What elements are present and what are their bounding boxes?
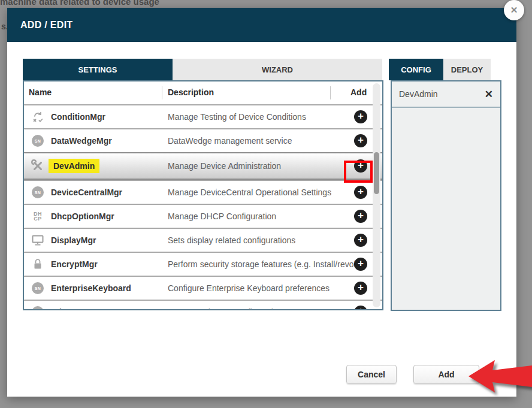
- row-name-label: DevAdmin: [49, 159, 99, 173]
- monitor-icon: [30, 235, 46, 246]
- row-description: Manage DHCP Configuration: [168, 211, 276, 221]
- dialog-close-button[interactable]: ✕: [504, 0, 524, 20]
- add-row-button[interactable]: +: [354, 258, 367, 271]
- tab-settings-label: SETTINGS: [78, 65, 117, 74]
- add-row-button[interactable]: +: [354, 186, 367, 199]
- table-row: SN DataWedgeMgr DataWedge management ser…: [24, 128, 382, 152]
- config-item-label: DevAdmin: [399, 89, 438, 99]
- add-row-button[interactable]: +: [354, 306, 367, 310]
- row-description: Manage Ethernet configuration: [168, 307, 282, 310]
- tools-icon: [30, 159, 46, 173]
- add-edit-dialog: ADD / EDIT ✕ SETTINGS WIZARD Name Descri…: [7, 8, 516, 397]
- table-scrollbar[interactable]: [373, 83, 380, 307]
- lock-icon: [30, 258, 46, 270]
- config-list-item: DevAdmin ✕: [392, 81, 500, 108]
- row-description: Configure Enterprise Keyboard preference…: [168, 283, 330, 293]
- row-description: DataWedge management service: [168, 136, 292, 146]
- sn-badge-icon: SN: [30, 186, 46, 198]
- tab-wizard[interactable]: WIZARD: [173, 59, 382, 80]
- row-name-label: DhcpOptionMgr: [51, 211, 114, 221]
- row-name-label: EncryptMgr: [51, 259, 98, 269]
- column-header-name: Name: [29, 87, 52, 97]
- cancel-button[interactable]: Cancel: [346, 365, 397, 384]
- row-name-label: DataWedgeMgr: [51, 136, 112, 146]
- add-row-button[interactable]: +: [354, 234, 367, 247]
- table-row: ConditionMgr Manage Testing of Device Co…: [24, 104, 382, 128]
- red-arrow-annotation: [465, 358, 532, 395]
- table-header: Name Description Add: [24, 81, 382, 104]
- tab-wizard-label: WIZARD: [262, 65, 293, 74]
- sn-badge-icon: SN: [30, 306, 46, 310]
- row-description: Sets display related configurations: [168, 235, 295, 245]
- settings-table-body: ConditionMgr Manage Testing of Device Co…: [24, 104, 382, 310]
- dhcp-text-icon: DHCP: [30, 211, 46, 221]
- close-icon: ✕: [510, 5, 518, 16]
- dialog-header: ADD / EDIT: [7, 8, 516, 42]
- tab-deploy[interactable]: DEPLOY: [443, 59, 491, 80]
- table-row: DevAdmin Manage Device Administration +: [24, 152, 382, 180]
- sn-badge-icon: SN: [30, 135, 46, 147]
- row-name-label: DisplayMgr: [51, 235, 96, 245]
- column-header-add: Add: [350, 87, 367, 97]
- add-row-button[interactable]: +: [354, 110, 367, 123]
- table-row: SN EnterpriseKeyboard Configure Enterpri…: [24, 276, 382, 300]
- row-name-label: ConditionMgr: [51, 112, 105, 122]
- scrollbar-thumb[interactable]: [374, 152, 379, 194]
- screen: machine data related to device usage s. …: [0, 0, 532, 408]
- table-row: EncryptMgr Perform security storage feat…: [24, 252, 382, 276]
- table-row: SN EthernetMgr Manage Ethernet configura…: [24, 300, 382, 310]
- column-divider: [330, 86, 331, 99]
- add-row-button[interactable]: +: [354, 210, 367, 223]
- table-row: DisplayMgr Sets display related configur…: [24, 228, 382, 252]
- dialog-title: ADD / EDIT: [20, 20, 72, 31]
- cancel-button-label: Cancel: [358, 370, 385, 379]
- tab-settings[interactable]: SETTINGS: [23, 59, 173, 80]
- settings-table: Name Description Add ConditionMgr Manage…: [23, 80, 383, 310]
- condition-sync-icon: [30, 111, 46, 123]
- sn-badge-icon: SN: [30, 282, 46, 294]
- table-row: DHCP DhcpOptionMgr Manage DHCP Configura…: [24, 204, 382, 228]
- row-description: Perform security storage features (e.g. …: [168, 259, 358, 269]
- row-name-label: DeviceCentralMgr: [51, 188, 122, 197]
- column-divider: [162, 86, 162, 99]
- tab-config-label: CONFIG: [401, 65, 431, 74]
- row-name-label: EthernetMgr: [51, 307, 100, 310]
- add-row-button[interactable]: +: [354, 134, 367, 147]
- config-list-panel: DevAdmin ✕: [391, 80, 501, 311]
- table-row: SN DeviceCentralMgr Manage DeviceCentral…: [24, 180, 382, 204]
- add-row-button[interactable]: +: [354, 282, 367, 295]
- remove-config-icon[interactable]: ✕: [485, 88, 493, 101]
- row-description: Manage DeviceCentral Operational Setting…: [168, 188, 331, 197]
- tab-deploy-label: DEPLOY: [451, 65, 483, 74]
- red-outline-annotation: [344, 161, 373, 183]
- tab-config[interactable]: CONFIG: [389, 59, 443, 80]
- row-description: Manage Device Administration: [168, 161, 281, 171]
- add-button-label: Add: [438, 370, 454, 379]
- row-name-label: EnterpriseKeyboard: [51, 283, 131, 293]
- column-header-description: Description: [168, 87, 214, 97]
- row-description: Manage Testing of Device Conditions: [168, 112, 306, 122]
